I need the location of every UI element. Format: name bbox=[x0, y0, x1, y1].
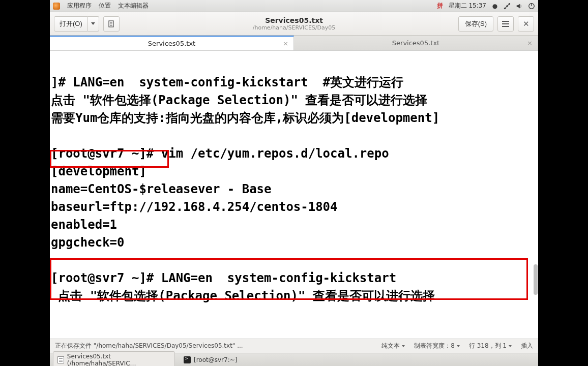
notification-dot-icon: ● bbox=[491, 3, 498, 10]
open-recent-button[interactable] bbox=[88, 16, 99, 32]
task-item-editor[interactable]: Services05.txt (/home/haha/SERVIC… bbox=[53, 351, 175, 367]
status-saving: 正在保存文件 "/home/haha/SERVICES/Day05/Servic… bbox=[55, 342, 243, 350]
bottom-taskbar: Services05.txt (/home/haha/SERVIC… [root… bbox=[50, 353, 538, 366]
volume-icon[interactable] bbox=[516, 3, 523, 10]
task-item-terminal[interactable]: [root@svr7:~] bbox=[179, 355, 242, 365]
editor-viewport[interactable]: ]# LANG=en system-config-kickstart #英文进行… bbox=[50, 51, 538, 339]
close-icon: ✕ bbox=[523, 19, 530, 28]
status-insert-mode: 插入 bbox=[521, 342, 533, 350]
tab-label: Services05.txt bbox=[148, 40, 195, 47]
status-tabwidth[interactable]: 制表符宽度：8 bbox=[414, 342, 460, 350]
chevron-down-icon bbox=[509, 345, 512, 347]
tab-services05-2[interactable]: Services05.txt × bbox=[294, 36, 538, 50]
hamburger-menu-button[interactable] bbox=[497, 16, 514, 32]
chevron-down-icon bbox=[402, 345, 405, 347]
task-item-label: Services05.txt (/home/haha/SERVIC… bbox=[67, 353, 170, 367]
tab-bar: Services05.txt × Services05.txt × bbox=[50, 36, 538, 51]
tab-close-button[interactable]: × bbox=[283, 40, 288, 47]
terminal-icon bbox=[184, 356, 191, 363]
top-menubar: 应用程序 位置 文本编辑器 拼 星期二 15:37 ● bbox=[50, 0, 538, 12]
editor-text[interactable]: ]# LANG=en system-config-kickstart #英文进行… bbox=[51, 56, 534, 323]
chevron-down-icon bbox=[91, 22, 95, 25]
window-close-button[interactable]: ✕ bbox=[518, 16, 534, 32]
open-button[interactable]: 打开(O) bbox=[54, 16, 88, 32]
new-document-button[interactable] bbox=[103, 16, 120, 32]
hamburger-icon bbox=[502, 21, 509, 27]
window-subtitle: /home/haha/SERVICES/Day05 bbox=[253, 24, 336, 31]
window-toolbar: 打开(O) Services05.txt /home/haha/SERVICES… bbox=[50, 12, 538, 36]
menu-places[interactable]: 位置 bbox=[99, 2, 111, 10]
document-new-icon bbox=[107, 20, 115, 28]
tab-close-button[interactable]: × bbox=[527, 39, 533, 47]
network-icon[interactable] bbox=[504, 3, 511, 10]
status-position[interactable]: 行 318，列 1 bbox=[469, 342, 512, 350]
input-method-icon[interactable]: 拼 bbox=[436, 3, 444, 10]
task-item-label: [root@svr7:~] bbox=[194, 356, 237, 363]
scrollbar-thumb[interactable] bbox=[534, 264, 538, 295]
clock[interactable]: 星期二 15:37 bbox=[449, 2, 486, 10]
tab-label: Services05.txt bbox=[392, 39, 439, 47]
window-title: Services05.txt bbox=[265, 16, 323, 24]
save-button[interactable]: 保存(S) bbox=[458, 16, 493, 32]
activities-icon[interactable] bbox=[53, 3, 60, 10]
document-icon bbox=[57, 356, 64, 363]
tab-services05-1[interactable]: Services05.txt × bbox=[50, 36, 294, 50]
status-bar: 正在保存文件 "/home/haha/SERVICES/Day05/Servic… bbox=[50, 339, 538, 353]
chevron-down-icon bbox=[457, 345, 460, 347]
menu-applications[interactable]: 应用程序 bbox=[67, 2, 92, 10]
status-language[interactable]: 纯文本 bbox=[381, 342, 405, 350]
menu-editor[interactable]: 文本编辑器 bbox=[118, 2, 149, 10]
power-icon[interactable] bbox=[528, 3, 535, 10]
